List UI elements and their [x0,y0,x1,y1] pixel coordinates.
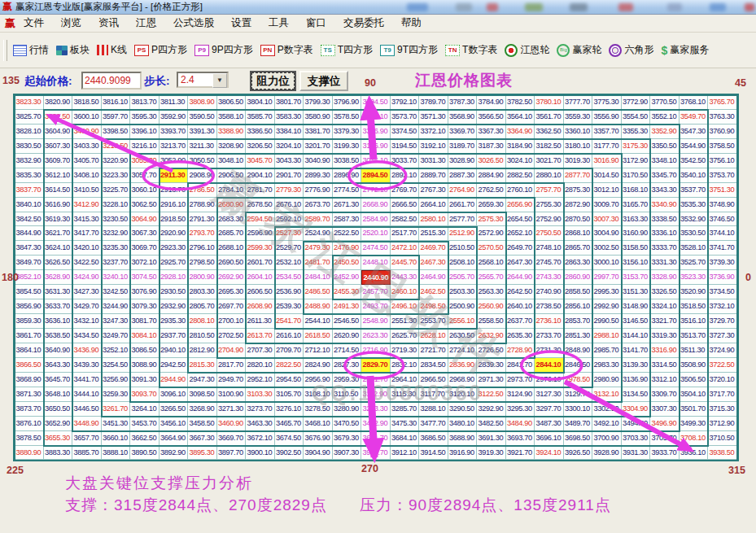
grid-cell[interactable]: 3182.50 [535,139,564,154]
grid-cell[interactable]: 3840.10 [15,198,44,212]
grid-cell[interactable]: 3849.70 [15,256,44,270]
grid-cell[interactable]: 3578.50 [333,110,362,125]
grid-cell[interactable]: 3590.50 [188,110,217,125]
grid-cell[interactable]: 2659.30 [477,198,506,212]
grid-cell[interactable]: 2944.90 [160,373,189,387]
grid-cell[interactable]: 3825.70 [15,110,44,125]
grid-cell[interactable]: 3580.90 [304,110,333,125]
grid-cell[interactable]: 3554.50 [622,110,651,125]
grid-cell[interactable]: 3196.90 [361,139,391,154]
grid-cell[interactable]: 3326.50 [650,285,680,299]
grid-cell[interactable]: 3156.10 [622,256,651,270]
menu-item[interactable]: 窗口 [306,16,326,30]
grid-cell[interactable]: 3792.10 [391,95,420,110]
toolbar-button[interactable]: Big赢家轮 [557,43,601,57]
grid-cell[interactable]: 3400.90 [72,125,102,139]
grid-cell[interactable]: 3093.70 [130,387,160,402]
menu-item[interactable]: 浏览 [61,16,81,30]
grid-cell[interactable]: 3441.70 [72,373,102,387]
toolbar-button[interactable]: 板块 [56,43,90,57]
grid-cell[interactable]: 3079.30 [130,299,160,314]
grid-cell[interactable]: 3804.10 [246,95,275,110]
grid-cell[interactable]: 3348.10 [650,154,680,168]
grid-cell[interactable]: 3098.50 [188,387,217,402]
grid-cell[interactable]: 3134.50 [622,387,651,402]
grid-cell[interactable]: 3427.30 [72,285,102,299]
grid-cell[interactable]: 3727.30 [708,329,737,343]
grid-cell[interactable]: 3864.10 [15,343,44,358]
grid-cell[interactable]: 2942.50 [160,358,189,373]
grid-cell[interactable]: 2539.30 [275,299,304,314]
grid-cell[interactable]: 3355.30 [622,125,651,139]
grid-cell[interactable]: 3741.70 [708,241,737,256]
grid-cell[interactable]: 3386.50 [246,125,275,139]
grid-cell[interactable]: 3616.90 [44,198,73,212]
grid-cell[interactable]: 3744.10 [708,226,737,241]
grid-cell[interactable]: 3367.30 [477,125,506,139]
grid-cell[interactable]: 3403.30 [72,139,102,154]
grid-cell[interactable]: 3811.30 [160,95,189,110]
grid-cell[interactable]: 3873.70 [15,402,44,417]
grid-cell[interactable]: 3715.30 [708,402,737,417]
grid-cell[interactable]: 2601.70 [246,256,275,270]
grid-cell[interactable]: 3669.70 [217,431,247,446]
grid-cell[interactable]: 2762.50 [477,183,506,198]
grid-cell[interactable]: 3508.90 [680,358,709,373]
grid-cell[interactable]: 2980.90 [592,373,622,387]
grid-cell[interactable]: 3676.90 [304,431,333,446]
grid-cell[interactable]: 3345.70 [650,168,680,183]
grid-cell[interactable]: 3796.90 [333,95,362,110]
grid-cell[interactable]: 3432.10 [72,314,102,329]
grid-cell[interactable]: 3820.90 [44,95,73,110]
grid-cell[interactable]: 3072.10 [130,256,160,270]
grid-cell[interactable]: 3369.70 [448,125,478,139]
grid-cell[interactable]: 3206.50 [246,139,275,154]
grid-cell[interactable]: 3604.90 [44,125,73,139]
grid-cell[interactable]: 3782.50 [506,95,535,110]
grid-cell[interactable]: 2733.70 [535,329,564,343]
grid-cell[interactable]: 3249.70 [102,329,131,343]
grid-cell[interactable]: 2616.10 [275,329,304,343]
grid-cell[interactable]: 2803.30 [188,285,217,299]
grid-cell[interactable]: 2889.70 [419,168,448,183]
grid-cell[interactable]: 2661.70 [448,198,478,212]
grid-cell[interactable]: 3228.10 [102,198,131,212]
grid-cell[interactable]: 3045.70 [246,154,275,168]
grid-cell[interactable]: 3693.70 [506,431,535,446]
grid-cell[interactable]: 3223.30 [102,168,131,183]
grid-cell[interactable]: 3753.70 [708,168,737,183]
grid-cell[interactable]: 2932.90 [160,299,189,314]
grid-cell[interactable]: 2995.30 [592,285,622,299]
grid-cell[interactable]: 3888.10 [102,446,131,461]
grid-cell[interactable]: 3160.90 [622,226,651,241]
menu-item[interactable]: 江恩 [136,16,156,30]
grid-cell[interactable]: 3520.90 [680,285,709,299]
grid-cell[interactable]: 2736.10 [535,314,564,329]
grid-cell[interactable]: 2976.10 [535,373,564,387]
grid-cell[interactable]: 2880.10 [535,168,564,183]
toolbar-button[interactable]: 江恩轮 [505,43,549,57]
grid-cell[interactable]: 3057.70 [130,168,160,183]
grid-cell[interactable]: 3681.70 [361,431,391,446]
grid-cell[interactable]: 2716.90 [361,343,391,358]
grid-cell[interactable]: 3232.90 [102,226,131,241]
grid-cell[interactable]: 3559.30 [564,110,593,125]
grid-cell[interactable]: 2512.90 [448,226,478,241]
grid-cell[interactable]: 3021.70 [535,154,564,168]
grid-cell[interactable]: 3302.50 [592,402,622,417]
grid-cell[interactable]: 3700.90 [592,431,622,446]
grid-cell[interactable]: 3595.30 [130,110,160,125]
grid-cell[interactable]: 3717.70 [708,387,737,402]
grid-cell[interactable]: 3628.90 [44,270,73,285]
grid-cell[interactable]: 3540.10 [680,168,709,183]
grid-cell[interactable]: 3597.70 [102,110,131,125]
grid-cell[interactable]: 2935.30 [160,314,189,329]
grid-cell[interactable]: 3904.90 [304,446,333,461]
grid-cell[interactable]: 3312.10 [650,373,680,387]
grid-cell[interactable]: 2647.30 [506,256,535,270]
grid-cell[interactable]: 3765.70 [708,95,737,110]
grid-cell[interactable]: 3672.10 [246,431,275,446]
grid-cell[interactable]: 3506.50 [680,373,709,387]
grid-cell[interactable]: 3314.50 [650,358,680,373]
grid-cell[interactable]: 3751.30 [708,183,737,198]
